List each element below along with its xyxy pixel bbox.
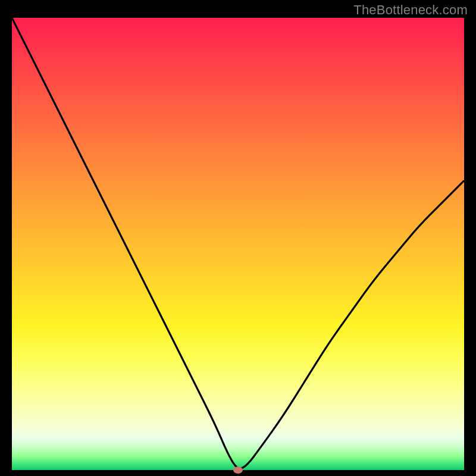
bottleneck-curve [12, 18, 464, 470]
watermark-text: TheBottleneck.com [353, 2, 468, 18]
minimum-marker-dot [233, 466, 243, 474]
chart-frame: TheBottleneck.com [0, 0, 476, 476]
plot-area [12, 18, 464, 470]
